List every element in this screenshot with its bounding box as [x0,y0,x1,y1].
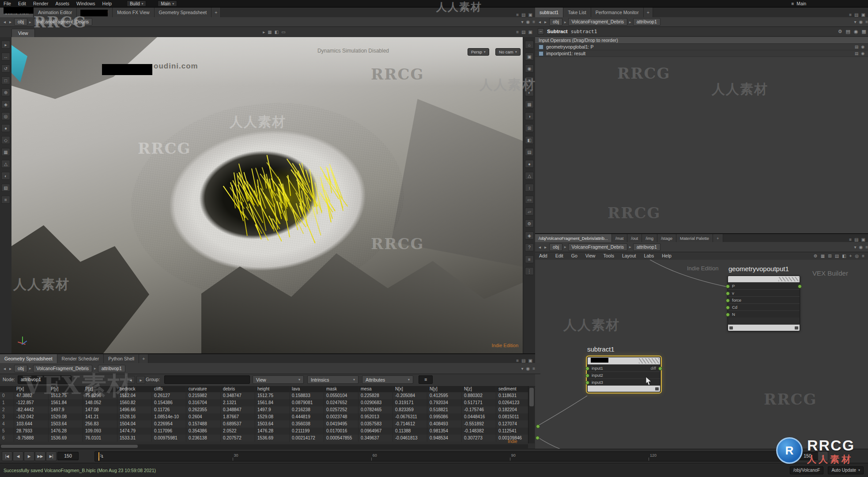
column-header[interactable]: N[z] [462,386,496,392]
table-row[interactable]: 1-122.8571561.84148.0521560.820.1543860.… [0,399,528,406]
edges-tool-icon[interactable]: ◇ [1,136,10,144]
column-header[interactable]: curvature [186,386,221,392]
input-connector-icon[interactable] [726,292,730,295]
column-header[interactable]: cliffs [152,386,186,392]
light-icon[interactable]: ☀ [525,76,534,84]
snap-tool-icon[interactable]: ◈ [1,100,10,108]
node-footer[interactable] [588,386,660,392]
net-menu-layout[interactable]: Layout [618,253,640,258]
wire-endpoint-dot[interactable] [536,424,540,428]
menu-file[interactable]: File [0,1,15,6]
input-connector-icon[interactable] [726,299,730,303]
timeline[interactable]: 1 1306090120150 [94,451,793,462]
dropdown-view[interactable]: View▾ [253,375,304,384]
scrollbar-thumb[interactable] [1,445,138,448]
grid-icon[interactable]: ⊞ [525,124,534,132]
tab-net-out[interactable]: /out [627,234,642,242]
normals-tool-icon[interactable]: △ [1,160,10,168]
node-footer-toggle[interactable] [795,326,798,329]
node-row-v[interactable]: v [728,289,800,296]
back-icon[interactable]: ◂ [3,366,7,371]
pane-menu-icon[interactable]: ≡ [516,12,519,17]
pathbar-icon[interactable]: ▾ [521,366,523,371]
network-tool-icon[interactable]: ▦ [821,254,825,258]
column-header[interactable]: lava [290,386,324,392]
tab-right-subtract1[interactable]: subtract1 [535,7,563,17]
tab-net-stage[interactable]: /stage [657,234,676,242]
input-connector-icon[interactable] [726,313,730,317]
more-icon[interactable]: ⋮ [525,267,534,275]
pathbar-icon[interactable]: ◉ [859,245,863,250]
tab-left-geometry-spreadsheet[interactable]: Geometry Spreadsheet [155,7,212,17]
net-menu-help[interactable]: Help [658,253,676,258]
node-row-force[interactable]: force [728,296,800,303]
node-flags-stripes[interactable] [639,358,659,363]
pane-menu-icon[interactable]: ▣ [861,237,865,242]
forward-icon[interactable]: ▸ [8,19,12,24]
node-field[interactable]: attribvop1 [18,375,72,384]
wireframe-icon[interactable]: ▦ [525,100,534,108]
parameter-header-icon[interactable]: ▤ [846,29,850,34]
tab-net-mat[interactable]: /mat [612,234,627,242]
display-points-icon[interactable]: ● [525,160,534,168]
input-connector-icon[interactable] [585,374,589,378]
pathbar-icon[interactable]: ≡ [865,245,868,250]
node-row-n[interactable]: N [728,310,800,318]
pane-menu-icon[interactable]: ≡ [516,358,519,363]
tab-net-add[interactable]: + [713,234,723,242]
menu-help[interactable]: Help [99,1,116,6]
forward-icon[interactable]: ▸ [543,19,547,24]
mirror-icon[interactable]: ◧ [525,136,534,144]
tab-sheet-python-shell[interactable]: Python Shell [104,354,139,363]
tab-view[interactable]: View [11,29,35,37]
pathbar-icon[interactable]: ◉ [859,19,863,24]
view-mode-icon[interactable]: ▸ [263,30,265,34]
column-header[interactable]: debris [221,386,255,392]
node-footer-toggle[interactable] [655,387,659,390]
transport-back-button[interactable]: ◀ [13,451,23,461]
network-tool-icon[interactable]: ⚙ [814,254,818,258]
table-vertical-scrollbar[interactable] [528,386,535,443]
table-horizontal-scrollbar[interactable] [0,444,528,448]
display-options-icon[interactable]: ⚙ [525,220,534,227]
isolate-icon[interactable]: ◈ [525,231,534,239]
wire-endpoint-dot[interactable] [536,436,540,440]
handles-icon[interactable]: ≡ [525,255,534,263]
collapse-icon[interactable]: − [538,28,544,34]
pane-menu-icon[interactable]: ≡ [849,12,852,17]
breadcrumb-sheet-obj[interactable]: obj [14,365,27,372]
persp-view-button[interactable]: Persp ▾ [468,48,489,56]
table-row[interactable]: 3-162.0421529.08141.211528.161.08514e-10… [0,413,528,420]
home-view-icon[interactable]: ⌂ [525,41,534,49]
breadcrumb-net-volcanofragment-debris[interactable]: VolcanoFragment_Debris [568,243,627,251]
breadcrumb-left-obj[interactable]: obj [14,18,27,26]
param-row-icon[interactable]: ◉ [861,45,864,49]
column-header[interactable]: N[x] [393,386,427,392]
net-menu-labs[interactable]: Labs [640,253,658,258]
table-row[interactable]: 2-82.44421497.9147.081496.660.117260.262… [0,406,528,413]
viewport-3d[interactable]: Dynamics Simulation Disabled oudini.com … [11,37,523,353]
breadcrumb-sheet-volcanofragment-debris[interactable]: VolcanoFragment_Debris [33,365,92,372]
output-connector-icon[interactable] [658,367,662,371]
tab-sheet-geometry-spreadsheet[interactable]: Geometry Spreadsheet [0,354,57,363]
menu-windows[interactable]: Windows [73,1,99,6]
menu-assets[interactable]: Assets [52,1,73,6]
pane-menu-icon[interactable]: ▤ [521,30,525,34]
transport-play-button[interactable]: ▶ [24,451,34,461]
column-header[interactable] [0,386,14,392]
points-tool-icon[interactable]: ● [1,124,10,132]
back-icon[interactable]: ◂ [538,19,542,24]
uv-view-icon[interactable]: ▤ [525,148,534,156]
network-canvas[interactable]: Indie Edition VEX Builder geometryvopout… [535,260,868,450]
column-header[interactable]: N[y] [427,386,462,392]
network-tool-icon[interactable]: ⊞ [828,254,831,258]
node-nav-icon[interactable]: ◂ [126,376,135,384]
handles-tool-icon[interactable]: ⊕ [1,88,10,96]
column-header[interactable]: mask [324,386,359,392]
net-menu-edit[interactable]: Edit [551,253,567,258]
rotate-tool-icon[interactable]: ↺ [1,64,10,72]
node-row-cd[interactable]: Cd [728,303,800,310]
breadcrumb-right-attribvop1[interactable]: attribvop1 [633,18,660,26]
column-header[interactable]: height [255,386,290,392]
param-row-icon[interactable]: ◉ [861,51,864,56]
